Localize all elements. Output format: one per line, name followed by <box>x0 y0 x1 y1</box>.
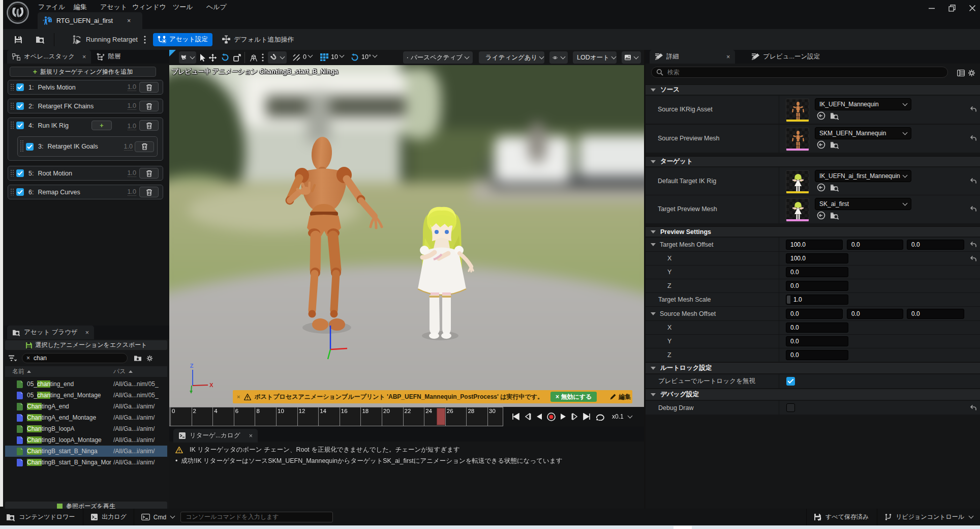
svg-text:X: X <box>209 382 213 388</box>
svg-text:Z: Z <box>190 363 194 369</box>
